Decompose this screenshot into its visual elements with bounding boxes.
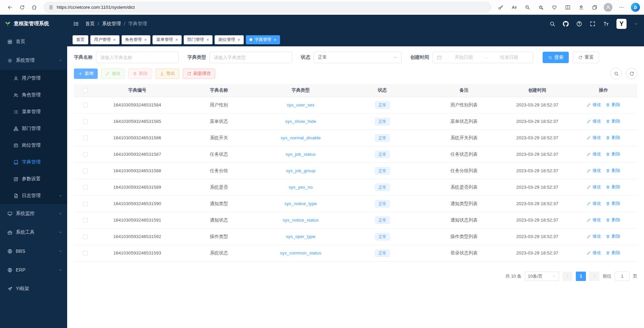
close-icon[interactable]: × <box>113 38 116 42</box>
delete-button[interactable]: 删除 <box>128 68 152 79</box>
read-aloud-icon[interactable] <box>508 2 520 13</box>
sidebar-item-bbs[interactable]: BBS <box>0 242 67 261</box>
delete-row-button[interactable]: 删除 <box>606 151 620 157</box>
add-favorite-icon[interactable] <box>535 2 547 13</box>
row-checkbox[interactable] <box>83 103 88 107</box>
breadcrumb-system-mgmt[interactable]: 系统管理 <box>102 21 121 27</box>
sidebar-item-post-mgmt[interactable]: 岗位管理 <box>0 137 67 154</box>
sidebar-item-user-mgmt[interactable]: 用户管理 <box>0 70 67 87</box>
close-icon[interactable]: × <box>175 38 178 42</box>
sidebar-toggle-button[interactable] <box>73 21 79 27</box>
close-icon[interactable]: × <box>274 38 276 42</box>
edit-row-button[interactable]: 修改 <box>587 151 601 157</box>
refresh-table-button[interactable] <box>626 68 637 79</box>
collections-icon[interactable] <box>589 2 601 13</box>
dict-type-link[interactable]: sys_job_group <box>286 168 315 173</box>
row-checkbox[interactable] <box>83 185 88 190</box>
search-icon[interactable] <box>549 21 555 27</box>
tab-home[interactable]: 首页 <box>73 35 88 44</box>
next-page-button[interactable] <box>589 272 599 281</box>
close-icon[interactable]: × <box>206 38 209 42</box>
sidebar-item-param-settings[interactable]: 参数设置 <box>0 171 67 187</box>
search-button[interactable]: 搜索 <box>543 52 569 63</box>
user-dropdown-caret-icon[interactable] <box>634 22 638 26</box>
dict-type-link[interactable]: sys_yes_no <box>289 185 313 190</box>
delete-row-button[interactable]: 删除 <box>606 168 620 174</box>
delete-row-button[interactable]: 删除 <box>606 184 620 190</box>
sidebar-item-role-mgmt[interactable]: 角色管理 <box>0 87 67 103</box>
sidebar-item-dict-mgmt[interactable]: 字典管理 <box>0 154 67 171</box>
sidebar-item-erp[interactable]: ERP <box>0 261 67 279</box>
page-number-button[interactable]: 1 <box>576 272 586 281</box>
tab-post-mgmt[interactable]: 岗位管理 × <box>215 35 244 44</box>
close-icon[interactable]: × <box>144 38 147 42</box>
delete-row-button[interactable]: 删除 <box>606 217 620 223</box>
address-bar[interactable]: https://ccnetcore.com:1101/system/dict <box>44 2 491 12</box>
tab-menu-mgmt[interactable]: 菜单管理 × <box>152 35 182 44</box>
browser-menu-icon[interactable] <box>615 2 628 13</box>
row-checkbox[interactable] <box>83 251 88 255</box>
prev-page-button[interactable] <box>562 272 572 281</box>
dict-type-link[interactable]: sys_show_hide <box>285 119 316 124</box>
row-checkbox[interactable] <box>83 201 88 206</box>
sidebar-item-log-mgmt[interactable]: 日志管理 <box>0 187 67 204</box>
dict-type-link[interactable]: sys_oper_type <box>286 234 315 239</box>
row-checkbox[interactable] <box>83 136 88 140</box>
select-all-checkbox[interactable] <box>83 88 88 93</box>
dict-type-link[interactable]: sys_user_sex <box>287 102 315 107</box>
edit-row-button[interactable]: 修改 <box>587 200 601 206</box>
edit-row-button[interactable]: 修改 <box>587 250 601 256</box>
row-checkbox[interactable] <box>83 152 88 157</box>
date-range-picker[interactable]: 开始日期 - 结束日期 <box>432 52 533 63</box>
zoom-icon[interactable] <box>521 2 534 13</box>
refresh-cache-button[interactable]: 刷新缓存 <box>183 68 215 79</box>
sidebar-item-system-tools[interactable]: 系统工具 <box>0 223 67 242</box>
delete-row-button[interactable]: 删除 <box>606 200 620 206</box>
split-screen-icon[interactable] <box>562 2 574 13</box>
date-end-placeholder[interactable]: 结束日期 <box>489 54 529 60</box>
sidebar-item-yi-framework[interactable]: Yi框架 <box>0 279 67 298</box>
export-button[interactable]: 导出 <box>155 68 179 79</box>
dict-type-link[interactable]: sys_common_status <box>280 250 321 255</box>
github-icon[interactable] <box>563 21 569 27</box>
date-start-placeholder[interactable]: 开始日期 <box>444 54 484 60</box>
add-button[interactable]: 新增 <box>74 68 98 79</box>
row-checkbox[interactable] <box>83 218 88 223</box>
row-checkbox[interactable] <box>83 234 88 239</box>
browser-refresh-button[interactable] <box>16 2 28 13</box>
tab-user-mgmt[interactable]: 用户管理 × <box>90 35 120 44</box>
edit-row-button[interactable]: 修改 <box>587 184 601 190</box>
reset-button[interactable]: 重置 <box>573 52 599 63</box>
sidebar-item-system-mgmt[interactable]: 系统管理 <box>0 51 67 70</box>
breadcrumb-home[interactable]: 首页 <box>85 21 95 27</box>
tab-role-mgmt[interactable]: 角色管理 × <box>122 35 151 44</box>
browser-home-button[interactable] <box>28 2 40 13</box>
edit-row-button[interactable]: 修改 <box>587 233 601 239</box>
row-checkbox[interactable] <box>83 169 88 173</box>
tab-dept-mgmt[interactable]: 部门管理 × <box>184 35 213 44</box>
delete-row-button[interactable]: 删除 <box>606 233 620 239</box>
edit-row-button[interactable]: 修改 <box>587 168 601 174</box>
delete-row-button[interactable]: 删除 <box>606 102 620 108</box>
sidebar-item-dept-mgmt[interactable]: 部门管理 <box>0 120 67 137</box>
sidebar-item-menu-mgmt[interactable]: 菜单管理 <box>0 103 67 120</box>
dict-name-input[interactable] <box>96 52 179 63</box>
help-icon[interactable] <box>576 21 582 27</box>
browser-essentials-icon[interactable] <box>548 2 560 13</box>
edit-row-button[interactable]: 修改 <box>587 135 601 141</box>
page-size-select[interactable]: 10条/页 <box>525 272 559 281</box>
sidebar-item-home[interactable]: 首页 <box>0 32 67 51</box>
edit-row-button[interactable]: 修改 <box>587 102 601 108</box>
favorites-icon[interactable] <box>575 2 587 13</box>
site-info-icon[interactable] <box>49 5 53 10</box>
toggle-search-button[interactable] <box>610 68 622 79</box>
delete-row-button[interactable]: 删除 <box>606 250 620 256</box>
tab-dict-mgmt[interactable]: 字典管理 × <box>246 35 280 44</box>
goto-page-input[interactable] <box>615 272 630 281</box>
row-checkbox[interactable] <box>83 119 88 124</box>
edit-row-button[interactable]: 修改 <box>587 118 601 124</box>
user-avatar[interactable]: Y <box>616 19 627 29</box>
password-key-icon[interactable] <box>495 2 507 13</box>
edit-button[interactable]: 修改 <box>101 68 125 79</box>
dict-type-link[interactable]: sys_normal_disable <box>281 135 321 140</box>
